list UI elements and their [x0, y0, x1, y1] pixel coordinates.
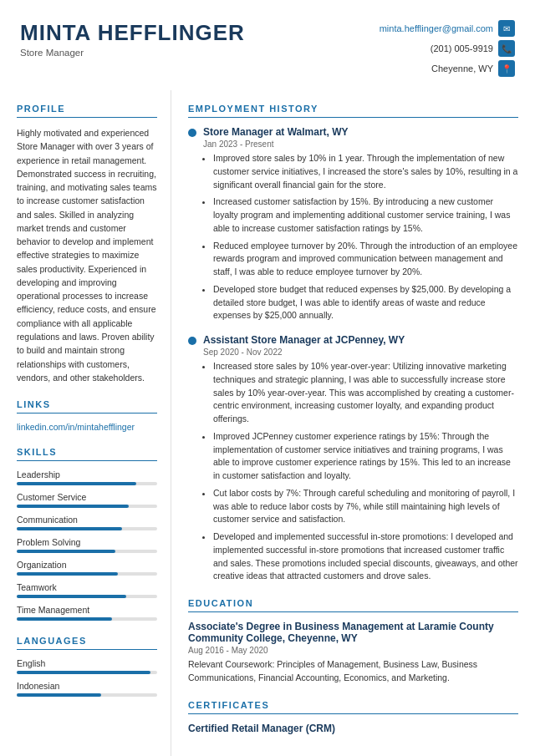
- cert-title: Certified Retail Manager (CRM): [188, 723, 518, 734]
- education-section: EDUCATION Associate's Degree in Business…: [188, 598, 518, 685]
- skills-title: SKILLS: [17, 447, 157, 461]
- skill-bar-fill: [17, 482, 136, 485]
- language-name: English: [17, 658, 157, 668]
- skill-bar-bg: [17, 527, 157, 530]
- skill-item: Customer Service: [17, 492, 157, 508]
- phone-number: (201) 005-9919: [431, 43, 493, 53]
- skill-name: Problem Solving: [17, 537, 157, 547]
- education-entry: Associate's Degree in Business Managemen…: [188, 621, 518, 685]
- skill-bar-fill: [17, 505, 129, 508]
- employment-section: EMPLOYMENT HISTORY Store Manager at Walm…: [188, 104, 518, 583]
- skill-item: Leadership: [17, 469, 157, 485]
- language-bar-fill: [17, 693, 101, 697]
- skill-bar-bg: [17, 572, 157, 576]
- skill-name: Time Management: [17, 605, 157, 615]
- certificates-title: CERTIFICATES: [188, 700, 518, 714]
- certificates-list: Certified Retail Manager (CRM): [188, 723, 518, 734]
- job-header: Assistant Store Manager at JCPenney, WY: [188, 334, 518, 346]
- skill-name: Teamwork: [17, 582, 157, 592]
- job-title: Assistant Store Manager at JCPenney, WY: [203, 334, 405, 346]
- languages-section: LANGUAGES English Indonesian: [17, 636, 157, 697]
- skill-bar-bg: [17, 617, 157, 621]
- candidate-name: MINTA HEFFLINGER: [20, 20, 245, 46]
- header: MINTA HEFFLINGER Store Manager minta.hef…: [0, 0, 535, 90]
- links-section: LINKS linkedin.com/in/mintahefflinger: [17, 399, 157, 432]
- language-bar-bg: [17, 671, 157, 674]
- skill-name: Communication: [17, 515, 157, 525]
- job-header: Store Manager at Walmart, WY: [188, 126, 518, 138]
- location-icon: 📍: [498, 60, 515, 77]
- skill-bar-bg: [17, 482, 157, 485]
- linkedin-link-item: linkedin.com/in/mintahefflinger: [17, 422, 157, 432]
- skill-bar-bg: [17, 595, 157, 598]
- job-bullet: Cut labor costs by 7%: Through careful s…: [213, 487, 518, 526]
- job-bullet: Developed store budget that reduced expe…: [213, 283, 518, 322]
- education-list: Associate's Degree in Business Managemen…: [188, 621, 518, 685]
- certificates-section: CERTIFICATES Certified Retail Manager (C…: [188, 700, 518, 734]
- skill-item: Time Management: [17, 605, 157, 621]
- job-bullet: Reduced employee turnover by 20%. Throug…: [213, 240, 518, 279]
- skill-bar-fill: [17, 617, 112, 621]
- skill-item: Teamwork: [17, 582, 157, 598]
- language-item: Indonesian: [17, 681, 157, 697]
- skill-item: Communication: [17, 515, 157, 530]
- main-content: PROFILE Highly motivated and experienced…: [0, 90, 535, 756]
- job-title: Store Manager at Walmart, WY: [203, 126, 349, 138]
- job-bullet: Increased customer satisfaction by 15%. …: [213, 195, 518, 235]
- skill-item: Problem Solving: [17, 537, 157, 553]
- left-column: PROFILE Highly motivated and experienced…: [0, 90, 171, 756]
- email-contact: minta.hefflinger@gmail.com ✉: [380, 20, 515, 37]
- job-dot: [188, 129, 196, 137]
- email-icon: ✉: [498, 20, 515, 37]
- email-link[interactable]: minta.hefflinger@gmail.com: [380, 23, 493, 33]
- skill-bar-fill: [17, 572, 118, 576]
- profile-text: Highly motivated and experienced Store M…: [17, 126, 157, 384]
- skill-bar-fill: [17, 550, 115, 553]
- employment-title: EMPLOYMENT HISTORY: [188, 104, 518, 118]
- education-title: EDUCATION: [188, 598, 518, 612]
- edu-desc: Relevant Coursework: Principles of Manag…: [188, 658, 518, 685]
- language-bar-bg: [17, 693, 157, 697]
- skill-bar-bg: [17, 505, 157, 508]
- phone-contact: (201) 005-9919 📞: [431, 40, 515, 57]
- phone-icon: 📞: [498, 40, 515, 57]
- job-bullets: Improved store sales by 10% in 1 year. T…: [203, 152, 518, 322]
- job-bullet: Developed and implemented successful in-…: [213, 530, 518, 583]
- job-dates: Jan 2023 - Present: [203, 140, 518, 149]
- skill-bar-fill: [17, 527, 122, 530]
- job-bullet: Increased store sales by 10% year-over-y…: [213, 360, 518, 426]
- languages-list: English Indonesian: [17, 658, 157, 697]
- job-dot: [188, 337, 196, 345]
- skill-name: Leadership: [17, 469, 157, 479]
- profile-title: PROFILE: [17, 104, 157, 118]
- skill-name: Organization: [17, 560, 157, 570]
- links-title: LINKS: [17, 399, 157, 414]
- header-right: minta.hefflinger@gmail.com ✉ (201) 005-9…: [380, 20, 515, 77]
- language-item: English: [17, 658, 157, 674]
- edu-title: Associate's Degree in Business Managemen…: [188, 621, 518, 644]
- jobs-list: Store Manager at Walmart, WY Jan 2023 - …: [188, 126, 518, 583]
- location-text: Cheyenne, WY: [431, 63, 493, 74]
- skills-section: SKILLS Leadership Customer Service Commu…: [17, 447, 157, 621]
- job-bullets: Increased store sales by 10% year-over-y…: [203, 360, 518, 583]
- right-column: EMPLOYMENT HISTORY Store Manager at Walm…: [171, 90, 535, 756]
- profile-section: PROFILE Highly motivated and experienced…: [17, 104, 157, 384]
- candidate-title: Store Manager: [20, 48, 245, 58]
- job-bullet: Improved store sales by 10% in 1 year. T…: [213, 152, 518, 191]
- edu-dates: Aug 2016 - May 2020: [188, 646, 518, 655]
- language-name: Indonesian: [17, 681, 157, 691]
- header-left: MINTA HEFFLINGER Store Manager: [20, 20, 245, 58]
- language-bar-fill: [17, 671, 150, 674]
- job-entry: Store Manager at Walmart, WY Jan 2023 - …: [188, 126, 518, 322]
- skill-bar-bg: [17, 550, 157, 553]
- job-entry: Assistant Store Manager at JCPenney, WY …: [188, 334, 518, 583]
- skills-list: Leadership Customer Service Communicatio…: [17, 469, 157, 621]
- job-dates: Sep 2020 - Nov 2022: [203, 348, 518, 357]
- linkedin-link[interactable]: linkedin.com/in/mintahefflinger: [17, 422, 135, 432]
- skill-name: Customer Service: [17, 492, 157, 502]
- skill-bar-fill: [17, 595, 126, 598]
- job-bullet: Improved JCPenney customer experience ra…: [213, 430, 518, 483]
- certificate-item: Certified Retail Manager (CRM): [188, 723, 518, 734]
- location-contact: Cheyenne, WY 📍: [431, 60, 515, 77]
- skill-item: Organization: [17, 560, 157, 576]
